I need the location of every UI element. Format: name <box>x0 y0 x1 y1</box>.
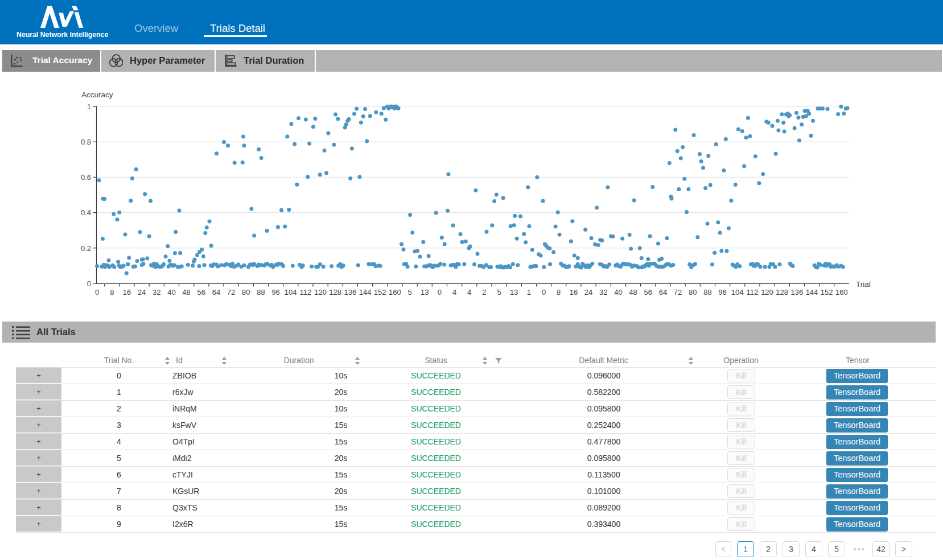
svg-text:96: 96 <box>718 288 726 297</box>
svg-text:13: 13 <box>421 288 429 297</box>
svg-text:32: 32 <box>599 288 607 297</box>
svg-text:72: 72 <box>227 288 235 297</box>
svg-text:8: 8 <box>110 288 114 297</box>
svg-text:Accuracy: Accuracy <box>81 90 113 99</box>
svg-text:48: 48 <box>629 288 637 297</box>
svg-text:160: 160 <box>389 288 401 297</box>
svg-text:120: 120 <box>761 288 773 297</box>
svg-text:104: 104 <box>731 288 744 297</box>
svg-text:16: 16 <box>123 288 131 297</box>
svg-text:4: 4 <box>452 288 456 297</box>
svg-text:0.8: 0.8 <box>81 138 91 146</box>
svg-text:1: 1 <box>87 102 91 111</box>
svg-text:112: 112 <box>300 288 312 297</box>
svg-text:40: 40 <box>167 288 175 297</box>
svg-text:0: 0 <box>87 279 91 288</box>
svg-text:0: 0 <box>95 288 99 297</box>
svg-text:48: 48 <box>182 288 190 297</box>
svg-text:5: 5 <box>497 288 501 297</box>
svg-text:13: 13 <box>510 288 518 297</box>
svg-text:152: 152 <box>821 288 833 297</box>
svg-text:88: 88 <box>703 288 711 297</box>
svg-text:4: 4 <box>467 288 471 297</box>
svg-text:0: 0 <box>542 288 546 297</box>
svg-text:56: 56 <box>644 288 652 297</box>
svg-text:56: 56 <box>197 288 205 297</box>
svg-text:0.6: 0.6 <box>81 173 91 182</box>
svg-text:64: 64 <box>659 288 667 297</box>
svg-text:5: 5 <box>407 288 411 297</box>
svg-text:0: 0 <box>438 288 442 297</box>
svg-text:136: 136 <box>344 288 357 297</box>
svg-text:Trial: Trial <box>856 280 871 289</box>
svg-text:144: 144 <box>359 288 372 297</box>
svg-text:40: 40 <box>614 288 622 297</box>
svg-text:0.4: 0.4 <box>81 208 91 217</box>
svg-text:104: 104 <box>285 288 297 297</box>
svg-text:64: 64 <box>212 288 220 297</box>
svg-text:1: 1 <box>527 288 531 297</box>
svg-text:112: 112 <box>747 288 759 297</box>
svg-text:152: 152 <box>374 288 386 297</box>
svg-text:0.2: 0.2 <box>81 244 91 253</box>
svg-text:120: 120 <box>314 288 327 297</box>
svg-text:72: 72 <box>674 288 682 297</box>
svg-text:32: 32 <box>153 288 160 297</box>
svg-text:96: 96 <box>271 288 279 297</box>
svg-text:8: 8 <box>557 288 561 297</box>
svg-text:88: 88 <box>257 288 265 297</box>
svg-text:136: 136 <box>791 288 804 297</box>
svg-text:80: 80 <box>689 288 697 297</box>
svg-text:16: 16 <box>570 288 578 297</box>
svg-text:24: 24 <box>138 288 146 297</box>
svg-text:144: 144 <box>806 288 818 297</box>
svg-text:160: 160 <box>835 288 848 297</box>
svg-text:128: 128 <box>329 288 341 297</box>
svg-text:80: 80 <box>242 288 250 297</box>
svg-text:24: 24 <box>584 288 592 297</box>
svg-text:128: 128 <box>776 288 788 297</box>
svg-text:2: 2 <box>482 288 486 297</box>
